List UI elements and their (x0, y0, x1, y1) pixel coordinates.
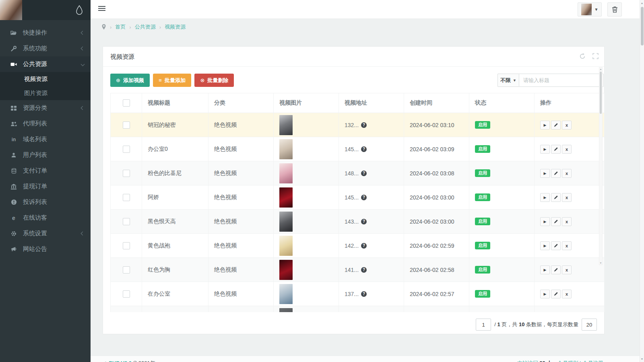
sidebar-item-agent-list[interactable]: 代理列表 (0, 116, 91, 132)
play-button[interactable]: ▶ (540, 290, 550, 298)
page-number-input[interactable] (476, 319, 491, 331)
video-address: 141... (345, 267, 359, 273)
col-header-actions: 操作 (535, 93, 604, 113)
play-button[interactable]: ▶ (540, 145, 550, 154)
breadcrumb-public-resources-link[interactable]: 公共资源 (135, 23, 156, 31)
question-circle-icon[interactable]: ? (361, 195, 367, 200)
delete-button[interactable]: x (562, 193, 572, 202)
edit-button[interactable] (551, 145, 561, 154)
sidebar-item-resource-categories[interactable]: 资源分类 (0, 100, 91, 116)
page-size-input[interactable] (582, 319, 597, 331)
sidebar-item-video-resources[interactable]: 视频资源 (0, 72, 91, 86)
sidebar-item-withdrawal-orders[interactable]: 提现订单 (0, 179, 91, 194)
row-checkbox[interactable] (123, 170, 130, 177)
question-circle-icon[interactable]: ? (361, 122, 367, 128)
play-button[interactable]: ▶ (540, 265, 550, 274)
user-menu-button[interactable]: ▼ (578, 2, 602, 16)
row-checkbox[interactable] (123, 146, 130, 153)
delete-button[interactable]: x (562, 290, 572, 298)
scroll-down-arrow-icon[interactable]: ▼ (640, 358, 644, 360)
video-title: 粉色的比基尼 (142, 161, 208, 185)
edit-button[interactable] (551, 290, 561, 298)
edit-button[interactable] (551, 193, 561, 202)
question-circle-icon[interactable]: ? (361, 171, 367, 176)
delete-button[interactable]: x (562, 121, 572, 130)
sidebar-logo-avatar[interactable] (0, 0, 22, 20)
delete-button[interactable]: x (562, 241, 572, 250)
trash-icon (612, 6, 618, 13)
col-header-thumbnail: 视频图片 (274, 93, 339, 113)
play-button[interactable]: ▶ (540, 169, 550, 178)
row-checkbox[interactable] (123, 290, 130, 298)
remove-circle-icon: ⊗ (200, 77, 204, 83)
batch-delete-button[interactable]: ⊗批量删除 (194, 74, 234, 87)
page-scrollbar-thumb[interactable] (641, 7, 644, 45)
sidebar-item-payment-orders[interactable]: 支付订单 (0, 163, 91, 179)
edit-button[interactable] (551, 217, 561, 226)
row-checkbox[interactable] (123, 242, 130, 249)
sidebar-item-site-announcements[interactable]: 网站公告 (0, 241, 91, 257)
question-circle-icon[interactable]: ? (361, 243, 367, 249)
title-search-input[interactable] (519, 74, 604, 87)
video-thumbnail (279, 212, 293, 232)
row-checkbox[interactable] (123, 266, 130, 274)
scroll-down-arrow-icon[interactable]: ▼ (599, 261, 602, 265)
delete-button[interactable]: x (562, 169, 572, 178)
video-category: 绝色视频 (208, 161, 274, 185)
add-video-button[interactable]: ⊕添加视频 (110, 74, 150, 87)
delete-button[interactable]: x (562, 145, 572, 154)
question-circle-icon[interactable]: ? (361, 146, 367, 152)
clear-cache-button[interactable] (607, 2, 622, 16)
sidebar-item-system-functions[interactable]: 系统功能 (0, 41, 91, 56)
refresh-icon[interactable] (579, 53, 586, 60)
sidebar-item-quick-ops[interactable]: 快捷操作 (0, 25, 91, 41)
breadcrumb-home-link[interactable]: 首页 (115, 23, 126, 31)
water-drop-icon (75, 5, 83, 16)
category-filter-dropdown[interactable]: 不限▼ (497, 74, 519, 87)
grid-icon (10, 105, 18, 111)
created-time: 2024-06-02 02:58 (404, 258, 469, 282)
video-address: 148... (345, 170, 359, 177)
video-thumbnail (279, 163, 293, 183)
question-circle-icon[interactable]: ? (361, 291, 367, 297)
scroll-up-arrow-icon[interactable]: ▲ (599, 68, 602, 71)
sidebar-toggle-hamburger-icon[interactable] (98, 6, 105, 12)
table-row: 在办公室 绝色视频 137...? 2024-06-02 02:57 启用 ▶ … (111, 282, 604, 306)
sidebar-item-complaint-list[interactable]: 投诉列表 (0, 194, 91, 210)
chevron-left-icon (81, 47, 85, 51)
row-checkbox[interactable] (123, 218, 130, 225)
question-circle-icon[interactable]: ? (361, 219, 367, 224)
play-button[interactable]: ▶ (540, 193, 550, 202)
select-all-checkbox[interactable] (123, 99, 130, 107)
edit-button[interactable] (551, 241, 561, 250)
row-checkbox[interactable] (123, 194, 130, 201)
breadcrumb-video-resources-link[interactable]: 视频资源 (165, 23, 186, 31)
delete-button[interactable]: x (562, 265, 572, 274)
play-button[interactable]: ▶ (540, 241, 550, 250)
sidebar-item-user-list[interactable]: 用户列表 (0, 147, 91, 163)
table-scrollbar-thumb[interactable] (600, 72, 602, 114)
sidebar-item-online-visitors[interactable]: e 在线访客 (0, 210, 91, 226)
edit-button[interactable] (551, 121, 561, 130)
fullscreen-icon[interactable] (592, 53, 599, 60)
database-icon (10, 168, 18, 174)
scroll-up-arrow-icon[interactable]: ▲ (640, 2, 644, 4)
edit-button[interactable] (551, 265, 561, 274)
edit-button[interactable] (551, 169, 561, 178)
play-button[interactable]: ▶ (540, 217, 550, 226)
video-address: 145... (345, 146, 359, 152)
video-thumbnail (279, 139, 293, 159)
sidebar-item-domain-list[interactable]: in 域名列表 (0, 132, 91, 147)
sidebar-item-system-settings[interactable]: 系统设置 (0, 226, 91, 241)
sidebar-item-public-resources[interactable]: 公共资源 (0, 56, 91, 72)
batch-add-button[interactable]: ≡批量添加 (153, 74, 191, 87)
play-button[interactable]: ▶ (540, 121, 550, 130)
video-address: 143... (345, 218, 359, 225)
video-thumbnail (279, 236, 293, 256)
delete-button[interactable]: x (562, 217, 572, 226)
plus-circle-icon: ⊕ (116, 77, 120, 83)
sidebar-item-image-resources[interactable]: 图片资源 (0, 86, 91, 100)
created-time (404, 306, 469, 312)
row-checkbox[interactable] (123, 121, 130, 129)
question-circle-icon[interactable]: ? (361, 267, 367, 273)
